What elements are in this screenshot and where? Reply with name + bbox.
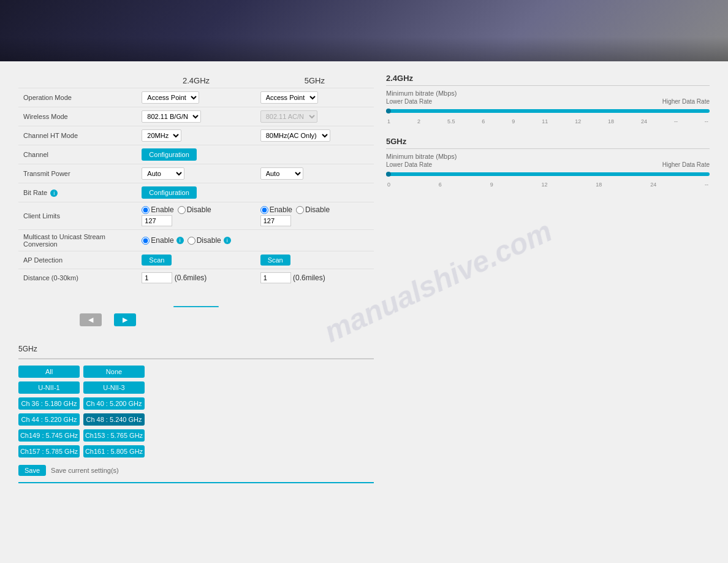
- channel-btn-ch48[interactable]: Ch 48 : 5.240 GHz: [83, 413, 145, 426]
- chart-5ghz-lower-label: Lower Data Rate: [386, 161, 432, 168]
- chart-24ghz: 2.4GHz Minimum bitrate (Mbps) Lower Data…: [386, 74, 710, 124]
- select-ht-24[interactable]: 20MHz 40MHz: [142, 129, 181, 142]
- row-wireless-mode: Wireless Mode 802.11 B/G/N 802.11 B/G 80…: [18, 107, 374, 126]
- channel-btn-unii1[interactable]: U-NII-1: [18, 381, 80, 394]
- select-wireless-5-cell: 802.11 AC/N 802.11 N: [256, 107, 374, 126]
- multicast-enable-text: Enable: [151, 236, 173, 245]
- page-link[interactable]: ___________: [173, 299, 218, 307]
- client-limits-5-enable-radio[interactable]: [260, 206, 268, 214]
- label-distance: Distance (0-30km): [18, 269, 137, 287]
- btn-config-channel[interactable]: Configuration: [142, 148, 196, 161]
- right-panel: 2.4GHz Minimum bitrate (Mbps) Lower Data…: [386, 74, 710, 483]
- channel-row-1: U-NII-1 U-NII-3: [18, 381, 374, 394]
- channel-btn-none[interactable]: None: [83, 366, 145, 378]
- label-bit-rate: Bit Rate i: [18, 183, 137, 202]
- btn-save[interactable]: Save: [18, 465, 46, 476]
- multicast-disable-label[interactable]: Disable i: [188, 236, 231, 245]
- pagination-row: ___________: [18, 299, 374, 307]
- bit-rate-info-icon[interactable]: i: [50, 190, 58, 197]
- chart-24ghz-slider[interactable]: [386, 106, 710, 116]
- select-wireless-24[interactable]: 802.11 B/G/N 802.11 B/G: [142, 110, 201, 123]
- distance-24-input[interactable]: [142, 272, 172, 283]
- col-5ghz-header: 5GHz: [256, 74, 374, 88]
- chart-5ghz-divider: [386, 148, 710, 149]
- multicast-radio-group: Enable i Disable i: [142, 236, 369, 245]
- client-limits-24-input[interactable]: [142, 215, 172, 226]
- btn-scan-5[interactable]: Scan: [260, 255, 290, 266]
- client-limits-24-disable-radio[interactable]: [178, 206, 186, 214]
- select-tx-24-cell: Auto High Medium Low: [137, 164, 255, 183]
- client-limits-24-enable-label[interactable]: Enable: [142, 205, 173, 214]
- multicast-enable-radio[interactable]: [142, 237, 150, 245]
- channel-5-empty: [256, 145, 374, 164]
- chart-5ghz-data-rate-row: Lower Data Rate Higher Data Rate: [386, 161, 710, 168]
- client-limits-24-disable-label[interactable]: Disable: [178, 205, 211, 214]
- client-limits-5-input[interactable]: [260, 215, 291, 226]
- btn-prev[interactable]: ◀: [80, 313, 102, 326]
- channel-btn-ch157[interactable]: Ch157 : 5.785 GHz: [18, 445, 80, 458]
- channel-row-0: All None: [18, 366, 374, 378]
- row-channel: Channel Configuration: [18, 145, 374, 164]
- multicast-enable-label[interactable]: Enable i: [142, 236, 183, 245]
- client-limits-24-enable-radio[interactable]: [142, 206, 150, 214]
- bit-rate-text: Bit Rate: [23, 189, 47, 196]
- label-channel: Channel: [18, 145, 137, 164]
- distance-5-input[interactable]: [260, 272, 291, 283]
- select-op-mode-24-cell: Access Point Station: [137, 88, 255, 107]
- bitrate-5-empty: [256, 183, 374, 202]
- distance-5-cell: (0.6miles): [256, 269, 374, 287]
- client-limits-5-disable-label[interactable]: Disable: [296, 205, 330, 214]
- channel-btn-ch153[interactable]: Ch153 : 5.765 GHz: [83, 429, 145, 442]
- label-wireless-mode: Wireless Mode: [18, 107, 137, 126]
- enable-label-24: Enable: [151, 205, 173, 214]
- select-op-mode-5-cell: Access Point Station: [256, 88, 374, 107]
- select-op-mode-24[interactable]: Access Point Station: [142, 91, 199, 104]
- multicast-enable-info-icon[interactable]: i: [176, 237, 184, 244]
- select-tx-24[interactable]: Auto High Medium Low: [142, 167, 184, 180]
- btn-scan-24[interactable]: Scan: [142, 255, 172, 266]
- label-multicast: Multicast to Unicast Stream Conversion: [18, 230, 137, 251]
- channel-btn-unii3[interactable]: U-NII-3: [83, 381, 145, 394]
- scan-5-cell: Scan: [256, 251, 374, 269]
- label-channel-ht-mode: Channel HT Mode: [18, 126, 137, 145]
- select-ht-5[interactable]: 80MHz(AC Only) 40MHz 20MHz: [260, 129, 330, 142]
- label-ap-detection: AP Detection: [18, 251, 137, 269]
- multicast-disable-radio[interactable]: [188, 237, 195, 245]
- label-transmit-power: Transmit Power: [18, 164, 137, 183]
- select-tx-5-cell: Auto High Medium Low: [256, 164, 374, 183]
- channel-section: 5GHz All None U-NII-1 U-NII-3 Ch 36 : 5.…: [18, 345, 374, 476]
- chart-24ghz-handle[interactable]: [386, 109, 391, 113]
- disable-label-24: Disable: [187, 205, 211, 214]
- save-row: Save Save current setting(s): [18, 465, 374, 476]
- row-distance: Distance (0-30km) (0.6miles) (0.6miles): [18, 269, 374, 287]
- select-wireless-24-cell: 802.11 B/G/N 802.11 B/G: [137, 107, 255, 126]
- col-24ghz-header: 2.4GHz: [137, 74, 255, 88]
- distance-5-unit: (0.6miles): [293, 274, 325, 282]
- chart-24ghz-data-rate-row: Lower Data Rate Higher Data Rate: [386, 98, 710, 105]
- client-limits-24-cell: Enable Disable: [137, 202, 255, 230]
- chart-5ghz-handle[interactable]: [386, 172, 391, 177]
- chart-24ghz-ticks: 1 2 5.5 6 9 11 12 18 24 -- --: [386, 118, 710, 124]
- channel-btn-all[interactable]: All: [18, 366, 80, 378]
- row-ap-detection: AP Detection Scan Scan: [18, 251, 374, 269]
- select-op-mode-5[interactable]: Access Point Station: [260, 91, 318, 104]
- channel-btn-ch161[interactable]: Ch161 : 5.805 GHz: [83, 445, 145, 458]
- row-transmit-power: Transmit Power Auto High Medium Low Auto…: [18, 164, 374, 183]
- client-limits-5-enable-label[interactable]: Enable: [260, 205, 292, 214]
- channel-btn-ch44[interactable]: Ch 44 : 5.220 GHz: [18, 413, 80, 426]
- client-limits-5-cell: Enable Disable: [256, 202, 374, 230]
- client-limits-5-disable-radio[interactable]: [296, 206, 304, 214]
- channel-divider: [18, 358, 374, 359]
- channel-btn-ch149[interactable]: Ch149 : 5.745 GHz: [18, 429, 80, 442]
- btn-config-bitrate[interactable]: Configuration: [142, 186, 196, 199]
- select-tx-5[interactable]: Auto High Medium Low: [260, 167, 303, 180]
- main-content: 2.4GHz 5GHz Operation Mode Access Point …: [0, 61, 728, 496]
- row-multicast: Multicast to Unicast Stream Conversion E…: [18, 230, 374, 251]
- chart-5ghz-slider[interactable]: [386, 169, 710, 179]
- btn-next[interactable]: ▶: [114, 313, 136, 326]
- select-wireless-5[interactable]: 802.11 AC/N 802.11 N: [260, 110, 317, 123]
- scan-24-cell: Scan: [137, 251, 255, 269]
- multicast-disable-info-icon[interactable]: i: [224, 237, 231, 244]
- channel-btn-ch40[interactable]: Ch 40 : 5.200 GHz: [83, 397, 145, 410]
- channel-btn-ch36[interactable]: Ch 36 : 5.180 GHz: [18, 397, 80, 410]
